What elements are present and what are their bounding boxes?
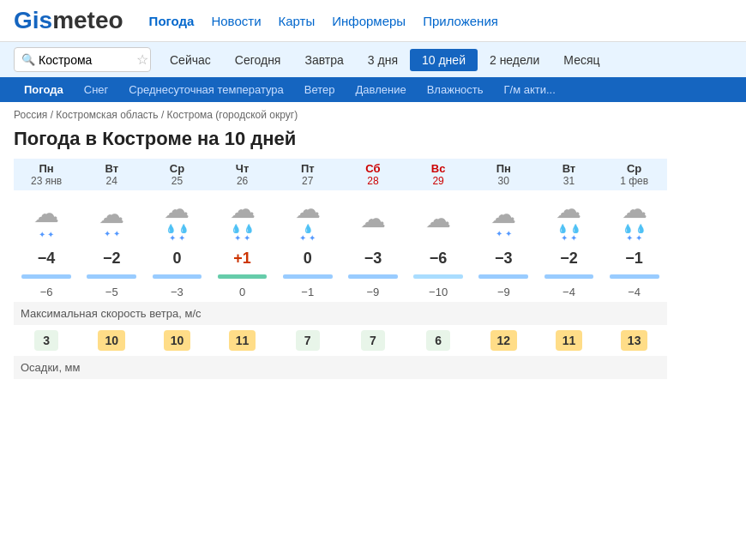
day-date-8: 30: [472, 175, 534, 187]
tab-seychas[interactable]: Сейчас: [158, 49, 223, 71]
breadcrumb: Россия / Костромская область / Кострома …: [0, 102, 746, 124]
day-name-1: Пн: [15, 162, 77, 175]
wind-val-1: 3: [34, 330, 58, 351]
day-cell-9: Вт 31: [536, 159, 601, 190]
bar-3: [144, 271, 209, 282]
time-tabs: Сейчас Сегодня Завтра 3 дня 10 дней 2 не…: [158, 49, 612, 71]
breadcrumb-text: Россия / Костромская область / Кострома …: [14, 109, 298, 121]
tmin-10: −4: [602, 282, 667, 302]
day-name-7: Вс: [407, 162, 469, 175]
icon-3: ☁ 💧 💧✦ ✦: [144, 190, 209, 246]
nav-novosti[interactable]: Новости: [211, 14, 261, 28]
day-cell-6: Сб 28: [340, 159, 406, 190]
wind-val-4: 11: [229, 330, 256, 351]
tmin-4: 0: [210, 282, 275, 302]
wind-7: 6: [406, 325, 471, 356]
day-date-2: 24: [81, 175, 142, 187]
icon-6: ☁: [340, 190, 406, 246]
bar-2: [79, 271, 144, 282]
day-cell-1: Пн 23 янв: [14, 159, 79, 190]
bar-5: [275, 271, 340, 282]
wind-6: 7: [340, 325, 406, 356]
tmin-1: −6: [14, 282, 79, 302]
tmax-10: −1: [602, 246, 667, 271]
icon-4: ☁ 💧 💧✦ ✦: [210, 190, 275, 246]
wind-4: 11: [210, 325, 275, 356]
tab-mesyac[interactable]: Месяц: [551, 49, 611, 71]
temp-min-row: −6 −5 −3 0 −1 −9 −10 −9 −4 −4: [14, 282, 732, 302]
day-cell-4: Чт 26: [210, 159, 275, 190]
tmax-3: 0: [144, 246, 209, 271]
wind-val-8: 12: [490, 330, 518, 351]
tab-2nedeli[interactable]: 2 недели: [478, 49, 551, 71]
subnav-pogoda[interactable]: Погода: [14, 77, 74, 102]
tab-zavtra[interactable]: Завтра: [292, 49, 355, 71]
bar-7: [406, 271, 471, 282]
nav-karty[interactable]: Карты: [279, 14, 316, 28]
header: Gismeteo Погода Новости Карты Информеры …: [0, 0, 746, 42]
nav-informery[interactable]: Информеры: [332, 14, 406, 28]
day-name-8: Пн: [472, 162, 534, 175]
subnav-gm[interactable]: Г/м акти...: [494, 77, 566, 102]
tmin-2: −5: [79, 282, 144, 302]
bar-10: [602, 271, 667, 282]
day-date-4: 26: [212, 175, 274, 187]
tab-segodnya[interactable]: Сегодня: [223, 49, 293, 71]
icon-2: ☁ ✦ ✦: [79, 190, 144, 246]
day-cell-5: Пт 27: [275, 159, 340, 190]
subnav-sneg[interactable]: Снег: [74, 77, 119, 102]
wind-3: 10: [144, 325, 209, 356]
day-cell-10: Ср 1 фев: [602, 159, 667, 190]
subnav-veter[interactable]: Ветер: [294, 77, 346, 102]
weather-table: Пн 23 янв Вт 24 Ср 25 Чт 26 Пт 27 Сб 28: [14, 159, 732, 379]
bar-6: [340, 271, 406, 282]
tmin-5: −1: [275, 282, 340, 302]
wind-val-2: 10: [98, 330, 125, 351]
day-date-10: 1 фев: [604, 175, 665, 187]
temp-max-row: −4 −2 0 +1 0 −3 −6 −3 −2 −1: [14, 246, 732, 271]
tmax-9: −2: [536, 246, 601, 271]
day-name-6: Сб: [342, 162, 404, 175]
day-cell-2: Вт 24: [79, 159, 144, 190]
day-cell-8: Пн 30: [471, 159, 536, 190]
day-date-3: 25: [146, 175, 208, 187]
search-icon: 🔍: [21, 53, 35, 66]
tmax-2: −2: [79, 246, 144, 271]
wind-val-7: 6: [426, 330, 450, 351]
osadki-section-header: Осадки, мм: [14, 356, 667, 379]
day-date-9: 31: [538, 175, 599, 187]
wind-section-header: Максимальная скорость ветра, м/с: [14, 302, 667, 325]
search-bar: 🔍 ☆ Сейчас Сегодня Завтра 3 дня 10 дней …: [0, 42, 746, 77]
tmin-3: −3: [144, 282, 209, 302]
wind-2: 10: [79, 325, 144, 356]
icon-5: ☁ 💧✦ ✦: [275, 190, 340, 246]
bar-4: [210, 271, 275, 282]
star-button[interactable]: ☆: [136, 51, 148, 68]
day-name-10: Ср: [604, 162, 665, 175]
icon-8: ☁ ✦ ✦: [471, 190, 536, 246]
wind-val-3: 10: [164, 330, 191, 351]
bar-1: [14, 271, 79, 282]
wind-header-row: Максимальная скорость ветра, м/с: [14, 302, 732, 325]
search-input[interactable]: [39, 53, 133, 67]
icon-row: ☁ ✦ ✦ ☁ ✦ ✦ ☁ 💧 💧✦ ✦ ☁ 💧 💧✦ ✦ ☁ 💧✦ ✦ ☁: [14, 190, 732, 246]
subnav-davlenie[interactable]: Давление: [346, 77, 417, 102]
subnav-vlazhnost[interactable]: Влажность: [417, 77, 494, 102]
tab-3dnya[interactable]: 3 дня: [356, 49, 410, 71]
wind-val-10: 13: [621, 330, 648, 351]
weather-table-wrap: Пн 23 янв Вт 24 Ср 25 Чт 26 Пт 27 Сб 28: [0, 159, 746, 379]
day-date-5: 27: [277, 175, 339, 187]
main-nav: Погода Новости Карты Информеры Приложени…: [149, 14, 498, 28]
nav-pogoda[interactable]: Погода: [149, 14, 195, 28]
tmax-1: −4: [14, 246, 79, 271]
tab-10dney[interactable]: 10 дней: [410, 49, 478, 71]
bar-9: [536, 271, 601, 282]
search-input-wrap: 🔍 ☆: [14, 47, 151, 72]
tmax-4: +1: [210, 246, 275, 271]
tmax-8: −3: [471, 246, 536, 271]
nav-prilozheniya[interactable]: Приложения: [423, 14, 498, 28]
day-date-1: 23 янв: [15, 175, 77, 187]
day-cell-3: Ср 25: [144, 159, 209, 190]
subnav-sredne[interactable]: Среднесуточная температура: [118, 77, 293, 102]
day-date-7: 29: [407, 175, 469, 187]
